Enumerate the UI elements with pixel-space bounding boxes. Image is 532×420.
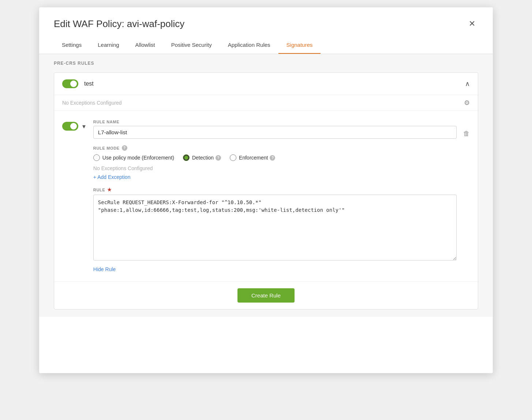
required-star: ★ — [107, 187, 112, 192]
rule-fields: RULE NAME RULE MODE ? Use pol — [93, 120, 457, 273]
edit-waf-policy-modal: Edit WAF Policy: avi-waf-policy ✕ Settin… — [39, 7, 493, 373]
toggle-filter-group: ▼ — [62, 122, 87, 131]
rule-mode-section: RULE MODE ? Use policy mode (Enforcement… — [93, 145, 457, 161]
radio-detection-label: Detection ? — [192, 155, 221, 161]
group-no-exceptions-row: No Exceptions Configured ⚙ — [54, 95, 478, 110]
rule-content-label: RULE ★ — [93, 187, 457, 192]
rule-mode-help-icon[interactable]: ? — [122, 145, 127, 151]
modal-title: Edit WAF Policy: avi-waf-policy — [54, 18, 184, 30]
group-toggle[interactable] — [62, 79, 78, 88]
close-button[interactable]: ✕ — [466, 18, 478, 30]
radio-detection-input[interactable] — [183, 154, 190, 161]
rule-section: ▼ RULE NAME RULE MODE ? — [54, 110, 478, 281]
rule-textarea[interactable] — [93, 195, 457, 260]
radio-policy-mode-input[interactable] — [93, 154, 100, 161]
rule-toggle[interactable] — [62, 122, 78, 131]
collapse-button[interactable]: ∧ — [465, 80, 470, 88]
filter-icon[interactable]: ▼ — [81, 123, 87, 130]
radio-enforcement[interactable]: Enforcement ? — [230, 154, 275, 161]
rules-card: test ∧ No Exceptions Configured ⚙ — [54, 72, 478, 310]
delete-rule-button[interactable]: 🗑 — [463, 130, 470, 138]
rule-no-exceptions: No Exceptions Configured — [93, 165, 457, 171]
rule-row: ▼ RULE NAME RULE MODE ? — [62, 120, 470, 273]
tab-positive-security[interactable]: Positive Security — [163, 37, 220, 54]
tab-settings[interactable]: Settings — [54, 37, 90, 54]
content-area: test ∧ No Exceptions Configured ⚙ — [39, 69, 493, 317]
card-footer: Create Rule — [54, 281, 478, 309]
radio-enforcement-input[interactable] — [230, 154, 236, 161]
rule-name-label: RULE NAME — [93, 120, 457, 124]
add-exception-link[interactable]: + Add Exception — [93, 174, 131, 180]
create-rule-button[interactable]: Create Rule — [237, 288, 295, 303]
pre-crs-rules-label: PRE-CRS RULES — [39, 54, 493, 69]
enforcement-help-icon[interactable]: ? — [270, 155, 275, 161]
detection-help-icon[interactable]: ? — [216, 155, 221, 161]
tab-signatures[interactable]: Signatures — [278, 37, 321, 54]
radio-policy-mode-label: Use policy mode (Enforcement) — [102, 155, 174, 161]
group-name: test — [84, 80, 459, 87]
rule-mode-label: RULE MODE ? — [93, 145, 457, 151]
tab-allowlist[interactable]: Allowlist — [127, 37, 163, 54]
gear-button[interactable]: ⚙ — [464, 99, 470, 107]
rule-toggle-slider — [62, 122, 78, 131]
radio-detection[interactable]: Detection ? — [183, 154, 221, 161]
rule-name-input[interactable] — [93, 126, 457, 139]
radio-enforcement-label: Enforcement ? — [239, 155, 275, 161]
modal-header: Edit WAF Policy: avi-waf-policy ✕ — [39, 7, 493, 37]
group-no-exceptions-text: No Exceptions Configured — [62, 100, 122, 106]
radio-policy-mode[interactable]: Use policy mode (Enforcement) — [93, 154, 174, 161]
group-card-header: test ∧ — [54, 73, 478, 95]
radio-group: Use policy mode (Enforcement) Detection … — [93, 154, 457, 161]
hide-rule-link[interactable]: Hide Rule — [93, 266, 116, 272]
tab-application-rules[interactable]: Application Rules — [220, 37, 278, 54]
tab-learning[interactable]: Learning — [90, 37, 127, 54]
tabs-bar: Settings Learning Allowlist Positive Sec… — [39, 37, 493, 54]
group-toggle-slider — [62, 79, 78, 88]
